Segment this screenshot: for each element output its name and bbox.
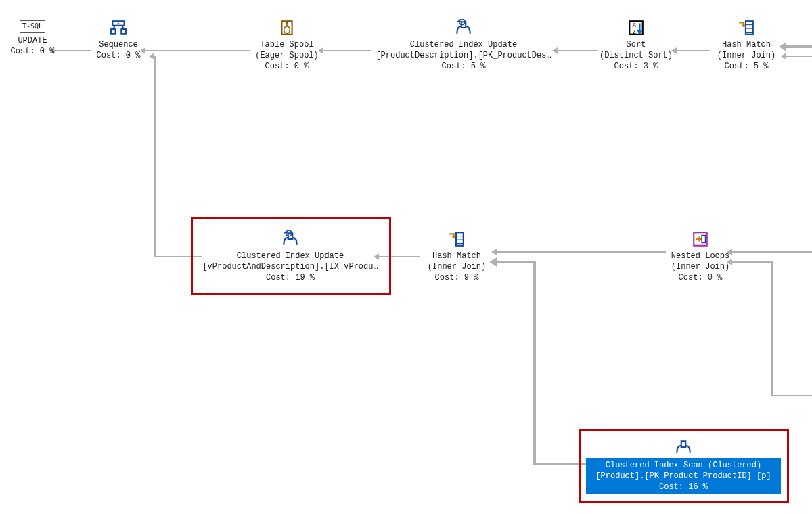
- clustered-index-update-icon: [365, 19, 562, 37]
- node-tsql-update[interactable]: T-SQL UPDATE Cost: 0 %: [5, 20, 60, 57]
- node-cost: Cost: 5 %: [365, 61, 562, 72]
- node-sublabel: [ProductDescription].[PK_ProductDes…: [365, 50, 562, 61]
- execution-plan-canvas[interactable]: T-SQL UPDATE Cost: 0 % + Sequence Cost: …: [0, 0, 812, 514]
- node-label: Sort: [595, 39, 677, 50]
- svg-rect-1: [111, 29, 116, 33]
- tsql-icon: T-SQL: [5, 20, 60, 33]
- node-clustered-index-scan-product[interactable]: Clustered Index Scan (Clustered) [Produc…: [586, 438, 781, 494]
- node-sublabel: (Distinct Sort): [595, 50, 677, 61]
- svg-point-7: [284, 26, 290, 34]
- table-spool-icon: [249, 19, 325, 37]
- node-sublabel: (Inner Join): [420, 261, 494, 272]
- node-sublabel: (Inner Join): [709, 50, 784, 61]
- node-sort[interactable]: AZ Sort (Distinct Sort) Cost: 3 %: [595, 19, 677, 72]
- node-label: Clustered Index Update: [199, 251, 382, 261]
- node-label: UPDATE: [5, 35, 60, 46]
- node-nested-loops[interactable]: Nested Loops (Inner Join) Cost: 0 %: [663, 230, 738, 284]
- node-sublabel: [vProductAndDescription].[IX_vProdu…: [199, 261, 382, 272]
- hash-match-icon: [709, 19, 784, 37]
- svg-point-9: [286, 22, 288, 24]
- node-sublabel: (Eager Spool): [249, 50, 325, 61]
- node-cost: Cost: 0 %: [663, 272, 738, 283]
- node-sequence[interactable]: + Sequence Cost: 0 %: [88, 19, 149, 61]
- node-label: Clustered Index Scan (Clustered): [589, 460, 778, 471]
- node-cost: Cost: 0 %: [249, 61, 325, 72]
- node-hash-match-2[interactable]: Hash Match (Inner Join) Cost: 9 %: [420, 230, 494, 284]
- svg-text:Z: Z: [633, 29, 636, 36]
- sequence-icon: +: [88, 19, 149, 37]
- svg-rect-25: [702, 236, 705, 243]
- svg-text:A: A: [633, 22, 637, 29]
- node-cost: Cost: 19 %: [199, 272, 382, 283]
- svg-text:+: +: [117, 22, 120, 26]
- node-cost: Cost: 0 %: [88, 50, 149, 61]
- node-cost: Cost: 0 %: [5, 46, 60, 57]
- node-cost: Cost: 3 %: [595, 61, 677, 72]
- node-cost: Cost: 5 %: [709, 61, 784, 72]
- node-clustered-index-update-productdescription[interactable]: Clustered Index Update [ProductDescripti…: [365, 19, 562, 72]
- svg-rect-26: [681, 441, 686, 447]
- hash-match-icon: [420, 230, 494, 248]
- clustered-index-scan-icon: [586, 438, 781, 456]
- node-hash-match-1[interactable]: Hash Match (Inner Join) Cost: 5 %: [709, 19, 784, 72]
- svg-rect-2: [121, 29, 126, 33]
- node-table-spool[interactable]: Table Spool (Eager Spool) Cost: 0 %: [249, 19, 325, 72]
- node-sublabel: [Product].[PK_Product_ProductID] [p]: [589, 471, 778, 481]
- node-sublabel: (Inner Join): [663, 261, 738, 272]
- node-selected-highlight: Clustered Index Scan (Clustered) [Produc…: [586, 458, 781, 494]
- nested-loops-icon: [663, 230, 738, 248]
- node-label: Hash Match: [709, 39, 784, 50]
- node-cost: Cost: 9 %: [420, 272, 494, 283]
- node-cost: Cost: 16 %: [589, 481, 778, 492]
- clustered-index-update-icon: [199, 230, 382, 248]
- node-label: Clustered Index Update: [365, 39, 562, 50]
- node-label: Hash Match: [420, 251, 494, 261]
- node-clustered-index-update-vproduct[interactable]: Clustered Index Update [vProductAndDescr…: [199, 230, 382, 284]
- node-label: Table Spool: [249, 39, 325, 50]
- sort-icon: AZ: [595, 19, 677, 37]
- node-label: Nested Loops: [663, 251, 738, 261]
- node-label: Sequence: [88, 39, 149, 50]
